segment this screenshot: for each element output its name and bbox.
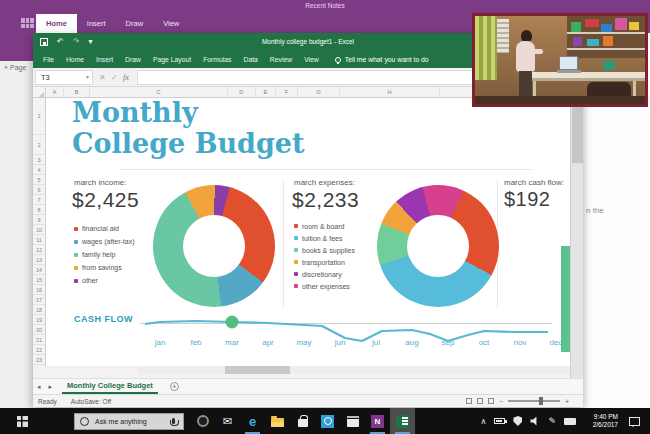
row-header-18[interactable]: 18 xyxy=(33,305,45,315)
ribbon-tab-home[interactable]: Home xyxy=(60,51,90,68)
row-header-23[interactable]: 23 xyxy=(33,355,45,365)
search-input[interactable]: Ask me anything xyxy=(74,413,184,430)
sheet-nav-left-icon[interactable]: ◂ xyxy=(33,383,45,391)
keyboard-icon[interactable] xyxy=(564,418,576,425)
ribbon-tab-file[interactable]: File xyxy=(37,51,60,68)
month-label-feb: feb xyxy=(181,338,211,347)
column-header-d[interactable]: D xyxy=(228,87,256,97)
undo-icon[interactable]: ↶ xyxy=(57,33,64,51)
store-button[interactable] xyxy=(290,408,315,434)
row-header-1[interactable]: 1 xyxy=(33,98,45,135)
redo-icon[interactable]: ↷ xyxy=(73,33,80,51)
sheet-nav-right-icon[interactable]: ▸ xyxy=(45,383,57,391)
column-header-h[interactable]: H xyxy=(340,87,440,97)
zoom-in-icon[interactable]: + xyxy=(565,398,569,405)
microphone-icon[interactable] xyxy=(172,418,175,424)
page-layout-view-icon[interactable] xyxy=(477,398,483,404)
row-header-21[interactable]: 21 xyxy=(33,335,45,345)
excel-button[interactable] xyxy=(390,408,415,434)
normal-view-icon[interactable] xyxy=(466,398,472,404)
column-header-f[interactable]: F xyxy=(276,87,298,97)
column-header-g[interactable]: G xyxy=(298,87,340,97)
start-button[interactable] xyxy=(0,408,44,434)
ribbon-tab-data[interactable]: Data xyxy=(237,51,263,68)
legend-item: other expenses xyxy=(294,280,355,292)
onenote-tab-draw[interactable]: Draw xyxy=(116,14,154,33)
show-hidden-icons-chevron[interactable]: ∧ xyxy=(481,417,487,426)
onenote-tab-home[interactable]: Home xyxy=(36,14,77,33)
ribbon-tab-review[interactable]: Review xyxy=(264,51,298,68)
income-donut-chart[interactable] xyxy=(153,185,275,307)
add-page-button[interactable]: + Page xyxy=(4,64,26,71)
row-header-20[interactable]: 20 xyxy=(33,325,45,335)
ribbon-tab-formulas[interactable]: Formulas xyxy=(197,51,237,68)
row-header-4[interactable]: 4 xyxy=(33,165,45,175)
row-header-3[interactable]: 3 xyxy=(33,155,45,165)
task-view-button[interactable] xyxy=(190,408,215,434)
movies-tv-button[interactable] xyxy=(340,408,365,434)
column-header-c[interactable]: C xyxy=(90,87,228,97)
row-header-5[interactable]: 5 xyxy=(33,175,45,185)
ribbon-tab-page-layout[interactable]: Page Layout xyxy=(147,51,197,68)
onenote-tab-view[interactable]: View xyxy=(153,14,189,33)
tell-me-box[interactable]: Tell me what you want to do xyxy=(335,56,429,63)
onenote-button[interactable]: N xyxy=(365,408,390,434)
expenses-donut-chart[interactable] xyxy=(377,185,499,307)
onenote-tab-insert[interactable]: Insert xyxy=(77,14,116,33)
chart-timeline-scrollbar-thumb[interactable] xyxy=(225,366,290,374)
name-box[interactable]: T3 ▾ xyxy=(35,70,93,85)
battery-icon[interactable] xyxy=(494,418,505,424)
row-header-6[interactable]: 6 xyxy=(33,185,45,195)
qat-customize-icon[interactable]: ▾ xyxy=(88,33,92,51)
taskbar-clock[interactable]: 9:40 PM 2/6/2017 xyxy=(584,413,618,429)
zoom-out-icon[interactable]: − xyxy=(499,398,503,405)
action-center-icon[interactable] xyxy=(629,417,640,426)
row-header-11[interactable]: 11 xyxy=(33,235,45,245)
lightbulb-icon xyxy=(335,57,341,63)
edge-button[interactable]: e xyxy=(240,408,265,434)
row-header-13[interactable]: 13 xyxy=(33,255,45,265)
video-person-body xyxy=(516,41,535,72)
zoom-slider[interactable] xyxy=(508,400,560,402)
row-header-12[interactable]: 12 xyxy=(33,245,45,255)
sheet-area[interactable]: Monthly College Budget march income: $2,… xyxy=(46,98,570,366)
row-header-15[interactable]: 15 xyxy=(33,275,45,285)
ribbon-tab-insert[interactable]: Insert xyxy=(90,51,119,68)
column-header-a[interactable]: A xyxy=(46,87,64,97)
zoom-slider-thumb[interactable] xyxy=(539,397,543,405)
row-header-19[interactable]: 19 xyxy=(33,315,45,325)
mail-button[interactable]: ✉ xyxy=(215,408,240,434)
photos-button[interactable] xyxy=(315,408,340,434)
file-explorer-button[interactable] xyxy=(265,408,290,434)
chart-timeline-scrollbar[interactable] xyxy=(138,366,570,374)
video-person-legs xyxy=(519,71,532,97)
enter-entry-icon[interactable]: ✓ xyxy=(111,70,118,85)
defender-shield-icon[interactable] xyxy=(513,416,522,426)
select-all-corner[interactable] xyxy=(33,87,46,98)
pen-icon[interactable]: ✎ xyxy=(548,416,556,426)
row-header-16[interactable]: 16 xyxy=(33,285,45,295)
row-header-7[interactable]: 7 xyxy=(33,195,45,205)
row-header-2[interactable]: 2 xyxy=(33,135,45,155)
column-header-b[interactable]: B xyxy=(64,87,90,97)
column-header-e[interactable]: E xyxy=(256,87,276,97)
vertical-scrollbar[interactable] xyxy=(570,87,583,378)
cancel-entry-icon[interactable]: ✕ xyxy=(99,70,106,85)
row-header-17[interactable]: 17 xyxy=(33,295,45,305)
video-laptop xyxy=(559,56,578,70)
row-header-22[interactable]: 22 xyxy=(33,345,45,355)
picture-in-picture-video[interactable] xyxy=(472,13,648,107)
insert-function-icon[interactable]: fx xyxy=(123,70,129,85)
row-header-8[interactable]: 8 xyxy=(33,205,45,215)
save-icon[interactable] xyxy=(40,38,48,46)
page-break-view-icon[interactable] xyxy=(488,398,494,404)
row-header-14[interactable]: 14 xyxy=(33,265,45,275)
row-header-10[interactable]: 10 xyxy=(33,225,45,235)
sheet-tab[interactable]: Monthly College Budget xyxy=(62,380,158,394)
row-header-9[interactable]: 9 xyxy=(33,215,45,225)
volume-icon[interactable] xyxy=(530,417,540,426)
ribbon-tab-view[interactable]: View xyxy=(298,51,325,68)
ribbon-tab-draw[interactable]: Draw xyxy=(119,51,147,68)
notebook-grid-icon[interactable] xyxy=(21,18,34,28)
new-sheet-icon[interactable]: + xyxy=(170,382,179,391)
